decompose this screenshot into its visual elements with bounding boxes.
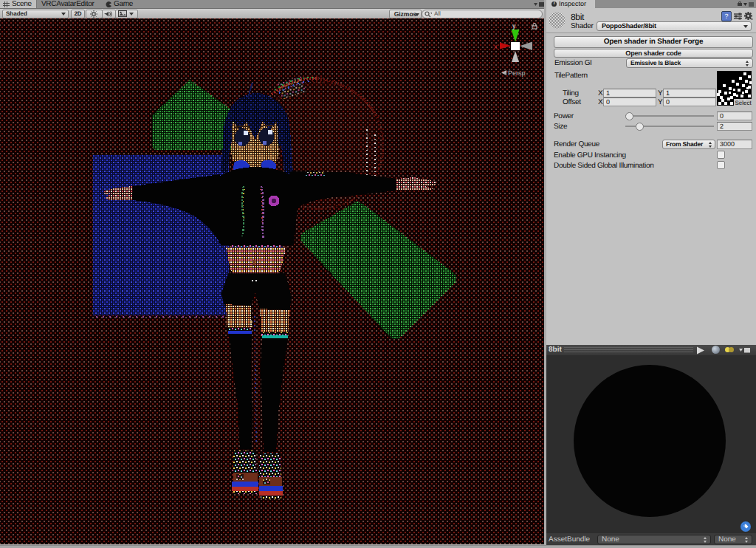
svg-text:y: y (512, 22, 516, 30)
svg-text:x: x (494, 43, 498, 50)
svg-text:Select: Select (735, 100, 752, 106)
svg-text:Persp: Persp (508, 69, 526, 77)
